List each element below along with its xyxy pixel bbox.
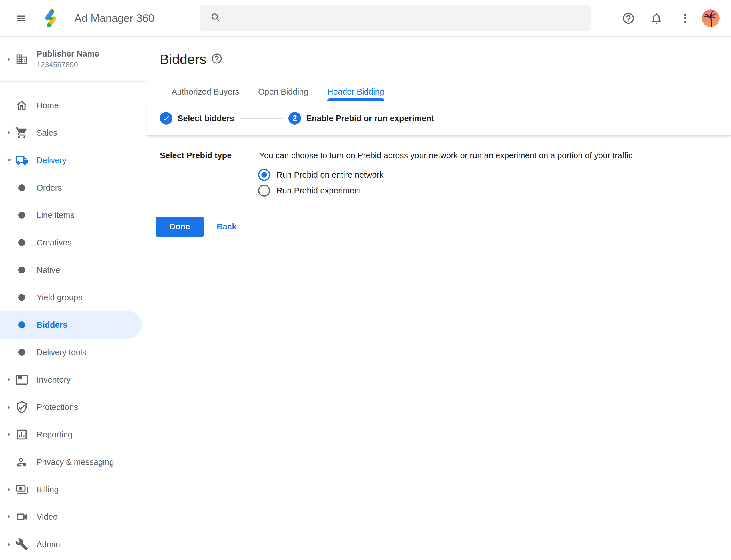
top-app-bar: Ad Manager 360: [0, 0, 731, 37]
notifications-icon[interactable]: [650, 12, 663, 25]
menu-icon[interactable]: [14, 13, 27, 24]
main-content: Bidders Authorized Buyers Open Bidding H…: [147, 37, 731, 560]
truck-icon: [15, 154, 29, 167]
sidebar-item-orders[interactable]: Orders: [0, 174, 146, 201]
step-enable-prebid[interactable]: 2 Enable Prebid or run experiment: [289, 112, 434, 125]
sidebar-item-admin[interactable]: Admin: [0, 531, 146, 558]
caret-right-icon: [4, 404, 14, 410]
radio-run-prebid-entire-network[interactable]: Run Prebid on entire network: [258, 169, 384, 181]
caret-right-icon: [4, 377, 14, 383]
more-options-icon[interactable]: [680, 12, 691, 25]
bullet-icon: [15, 294, 29, 301]
bullet-icon: [15, 267, 29, 273]
sidebar-item-reporting[interactable]: Reporting: [0, 421, 146, 448]
sidebar-item-yield-groups[interactable]: Yield groups: [0, 284, 146, 311]
caret-down-icon: [4, 157, 14, 163]
videocam-icon: [15, 510, 29, 523]
back-button[interactable]: Back: [217, 222, 237, 231]
bullet-icon: [15, 239, 29, 246]
radio-run-prebid-experiment[interactable]: Run Prebid experiment: [258, 185, 361, 197]
sidebar: Publisher Name 1234567890 Home Sales: [0, 37, 146, 560]
caret-right-icon: [4, 514, 14, 520]
tab-open-bidding[interactable]: Open Bidding: [249, 83, 318, 101]
caret-right-icon: [4, 541, 14, 547]
app-title: Ad Manager 360: [74, 12, 155, 25]
caret-right-icon: [4, 56, 14, 62]
caret-right-icon: [4, 431, 14, 438]
step-select-bidders[interactable]: Select bidders: [160, 112, 234, 125]
sidebar-item-delivery[interactable]: Delivery: [0, 147, 146, 174]
sidebar-item-billing[interactable]: Billing: [0, 476, 146, 503]
bar-chart-icon: [15, 428, 29, 441]
page-title: Bidders: [160, 51, 207, 67]
radio-selected-icon: [258, 169, 270, 181]
publisher-selector[interactable]: Publisher Name 1234567890: [0, 37, 146, 82]
tab-bar: Authorized Buyers Open Bidding Header Bi…: [147, 83, 731, 101]
sidebar-item-creatives[interactable]: Creatives: [0, 229, 146, 256]
sidebar-item-home[interactable]: Home: [0, 92, 146, 119]
step-connector: [240, 118, 283, 119]
sidebar-item-bidders[interactable]: Bidders: [0, 311, 142, 339]
stepper: Select bidders 2 Enable Prebid or run ex…: [147, 101, 731, 136]
sidebar-item-protections[interactable]: Protections: [0, 393, 146, 421]
sidebar-item-delivery-tools[interactable]: Delivery tools: [0, 339, 146, 366]
wrench-icon: [15, 538, 29, 551]
inventory-icon: [15, 373, 29, 386]
avatar[interactable]: [702, 9, 720, 27]
cart-icon: [15, 126, 29, 139]
search-input[interactable]: [229, 9, 590, 27]
page-help-icon[interactable]: [211, 53, 223, 65]
sidebar-item-line-items[interactable]: Line items: [0, 201, 146, 229]
section-description: You can choose to turn on Prebid across …: [259, 151, 632, 160]
sidebar-nav: Home Sales Delivery Orders: [0, 82, 146, 558]
check-icon: [160, 112, 173, 125]
home-icon: [15, 99, 29, 112]
sidebar-item-sales[interactable]: Sales: [0, 119, 146, 147]
bullet-icon: [15, 349, 29, 356]
caret-right-icon: [4, 486, 14, 493]
sidebar-item-inventory[interactable]: Inventory: [0, 366, 146, 393]
person-badge-icon: [15, 455, 29, 469]
publisher-id: 1234567890: [37, 60, 99, 69]
payments-icon: [15, 483, 29, 496]
search-bar[interactable]: [200, 5, 590, 31]
bullet-icon: [15, 212, 29, 219]
help-icon[interactable]: [622, 12, 635, 25]
search-icon: [210, 12, 222, 23]
tab-header-bidding[interactable]: Header Bidding: [318, 83, 394, 101]
bullet-icon: [15, 184, 29, 191]
tab-authorized-buyers[interactable]: Authorized Buyers: [162, 83, 249, 101]
sidebar-item-video[interactable]: Video: [0, 503, 146, 531]
bullet-icon: [15, 321, 29, 328]
sidebar-item-privacy-messaging[interactable]: Privacy & messaging: [0, 448, 146, 476]
done-button[interactable]: Done: [156, 217, 204, 237]
step-number-badge: 2: [289, 112, 301, 125]
caret-right-icon: [4, 130, 14, 136]
action-buttons: Done Back: [156, 217, 237, 237]
ad-manager-logo-icon: [42, 9, 59, 27]
radio-unselected-icon: [258, 185, 270, 197]
section-label: Select Prebid type: [160, 151, 232, 160]
sidebar-item-native[interactable]: Native: [0, 256, 146, 284]
shield-check-icon: [15, 401, 29, 414]
publisher-name: Publisher Name: [37, 49, 99, 59]
building-icon: [15, 53, 29, 65]
